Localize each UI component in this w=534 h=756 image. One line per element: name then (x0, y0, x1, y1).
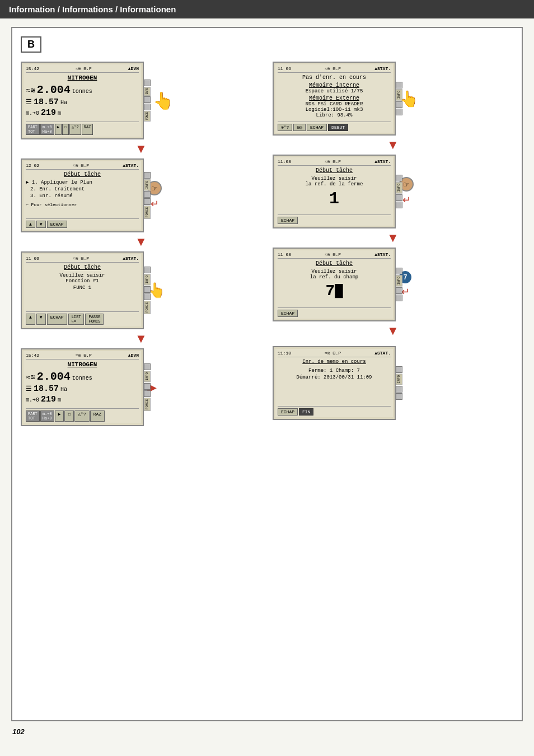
screen4-device: 11:08 ≈≋ ⊟.P ▲STAT. Début tâche Veuillez… (273, 155, 396, 228)
s4-title: Début tâche (278, 167, 391, 174)
s6-sidebar: INFO (396, 249, 404, 320)
btn-play[interactable]: ▶ (55, 124, 62, 135)
screen1-device: 15:42 ≈≋ ⊟.P ▲DVN NITROGEN ≈≋ 2.004 tonn… (21, 62, 144, 139)
s5-prompt: Veuillez saisir (26, 273, 139, 278)
s7-title: NITROGEN (26, 361, 139, 368)
btn-angle[interactable]: △°? (69, 124, 81, 135)
s8-btn-fin[interactable]: FIN (299, 408, 313, 416)
s7-btn-raz[interactable]: RAZ (90, 410, 105, 422)
s5-btn-up[interactable]: ▲ (26, 314, 35, 325)
screen6-device: 11 08 ≈≋ ⊟.P ▲STAT. Début tâche Veuillez… (273, 248, 396, 321)
s1-val3: 219 (41, 108, 56, 118)
finger1: 👆 (153, 91, 174, 110)
s1-sidebar: INFO FONCS (144, 63, 152, 138)
s2-btn-echap[interactable]: ECHAP (307, 124, 327, 131)
btn-echap[interactable]: ECHAP (47, 221, 67, 228)
screen4-wrapper: 11:08 ≈≋ ⊟.P ▲STAT. Début tâche Veuillez… (273, 155, 396, 228)
s1-sb-btn2[interactable] (144, 96, 151, 103)
s4-value: 1 (278, 189, 391, 208)
s7-btn-m0[interactable]: m.➔0Ha➔0 (40, 410, 54, 422)
s6-btn-echap[interactable]: ECHAP (278, 310, 298, 317)
s5-btn-list[interactable]: LIST↳≡ (68, 314, 85, 325)
s1-sb-btn1[interactable] (144, 80, 151, 86)
s5-sb-btn1[interactable] (144, 267, 151, 273)
s1-unit2: Ha (60, 100, 67, 106)
s5-btn-down[interactable]: ▼ (36, 314, 46, 325)
s1-prefix3: m.➔0 (26, 110, 39, 116)
s8-mode: ▲STAT. (374, 351, 391, 356)
s3-sb-btn1[interactable] (144, 172, 151, 179)
s7-time: 15:42 (26, 353, 39, 358)
s3-sb-btn3[interactable] (144, 198, 151, 205)
screen2-device: 11 06 ≈≋ ⊟.P ▲STAT. Pas d'enr. en cours … (273, 62, 396, 136)
s6-title: Début tâche (278, 260, 391, 267)
s1-sb-label2: FONCS (144, 111, 151, 122)
s2-line4: Mémoire Externe (278, 95, 391, 101)
s7-unit1: tonnes (72, 375, 92, 381)
page-number: 102 (12, 727, 25, 736)
s7-btn-memo[interactable]: ☐ (64, 410, 74, 422)
s7-unit3: m (58, 397, 61, 403)
s7-unit2: Ha (60, 386, 67, 393)
screen6-row: 11 08 ≈≋ ⊟.P ▲STAT. Début tâche Veuillez… (273, 248, 513, 321)
btn-memo[interactable]: ☐ (62, 124, 69, 135)
s1-mode: ▲DVN (128, 66, 139, 71)
btn-m0[interactable]: m.➔0Ha➔0 (40, 124, 54, 135)
screen8-wrapper: 11:10 ≈≋ ⊟.P ▲STAT. Enr. de memo en cour… (273, 346, 396, 420)
s5-sb-btn2[interactable] (144, 286, 151, 293)
s6-value: 7█ (278, 282, 391, 300)
screen8-device: 11:10 ≈≋ ⊟.P ▲STAT. Enr. de memo en cour… (273, 346, 396, 420)
arrow-down-r3: ▼ (387, 324, 399, 338)
s8-line1: Ferme: 1 Champ: 7 (278, 368, 391, 374)
s2-btn-omega[interactable]: ⊙°? (278, 124, 292, 131)
s3-menu1: ▶ 1. Appliquer le Plan (26, 179, 139, 185)
s1-time: 15:42 (26, 66, 39, 71)
s6-mode: ▲STAT. (374, 252, 391, 257)
btn-raz[interactable]: RAZ (82, 124, 93, 135)
screen1-row: 15:42 ≈≋ ⊟.P ▲DVN NITROGEN ≈≋ 2.004 tonn… (21, 62, 261, 139)
s5-prompt3: FUNC 1 (26, 285, 139, 291)
s8-btn-echap[interactable]: ECHAP (278, 408, 298, 416)
screen7-device: 15:42 ≈≋ ⊟.P ▲DVN NITROGEN ≈≋ 2.004 tonn… (21, 348, 144, 426)
s2-mode: ▲STAT. (374, 66, 391, 71)
s5-btn-echap[interactable]: ECHAP (47, 314, 67, 325)
s3-menu3: 3. Enr. résumé (30, 193, 139, 199)
screen3-device: 12 02 ≈≋ ⊟.P ▲STAT. Début tâche ▶ 1. App… (21, 158, 144, 232)
arrow-down-2: ▼ (135, 235, 147, 249)
arrow-down-3: ▼ (135, 332, 147, 346)
screen7-wrapper: 15:42 ≈≋ ⊟.P ▲DVN NITROGEN ≈≋ 2.004 tonn… (21, 348, 144, 426)
screen2-wrapper: 11 06 ≈≋ ⊟.P ▲STAT. Pas d'enr. en cours … (273, 62, 396, 136)
s3-sb-btn2[interactable] (144, 191, 151, 198)
arrow-down-r2: ▼ (387, 231, 399, 245)
s5-sb-btn3[interactable] (144, 293, 151, 300)
s4-btn-echap[interactable]: ECHAP (278, 217, 298, 224)
s8-line2: Démarré: 2013/00/31 11:09 (278, 375, 391, 380)
s7-btn-angle[interactable]: △°? (74, 410, 89, 422)
s3-sidebar: INFO FONCS (144, 160, 152, 231)
s2-line6: Logiciel:100-11 mk3 (278, 107, 391, 113)
btn-down[interactable]: ▼ (36, 221, 46, 228)
s2-line1: Pas d'enr. en cours (278, 74, 391, 81)
header-bar: Information / Informations / Information… (0, 0, 534, 18)
s2-line7: Libre: 93.4% (278, 113, 391, 118)
header-title: Information / Informations / Information… (9, 4, 176, 14)
s5-btn-passe[interactable]: PASSEFONCS (85, 314, 104, 325)
s4-mode: ▲STAT. (374, 159, 391, 164)
s2-btn-search[interactable]: ⊟◎ (293, 124, 306, 131)
s1-val2: 18.57 (34, 97, 59, 107)
btn-up[interactable]: ▲ (26, 221, 35, 228)
s4-time: 11:08 (278, 159, 291, 164)
s1-sb-btn3[interactable] (144, 104, 151, 110)
s4-prompt: Veuillez saisir (278, 176, 391, 181)
btn-part[interactable]: PARTTOT (26, 124, 40, 135)
s6-prompt: Veuillez saisir (278, 269, 391, 274)
arrow-down-1: ▼ (135, 142, 147, 156)
arrow-down-r1: ▼ (387, 138, 399, 152)
s1-unit1: tonnes (72, 88, 92, 95)
s2-btn-debut[interactable]: DEBUT (328, 124, 348, 131)
s7-btn-play[interactable]: ▶ (55, 410, 64, 422)
s1-val1: 2.004 (37, 83, 71, 96)
s7-val3: 219 (41, 395, 56, 404)
screen1-wrapper: 15:42 ≈≋ ⊟.P ▲DVN NITROGEN ≈≋ 2.004 tonn… (21, 62, 144, 139)
s7-btn-part[interactable]: PARTTOT (26, 410, 40, 422)
